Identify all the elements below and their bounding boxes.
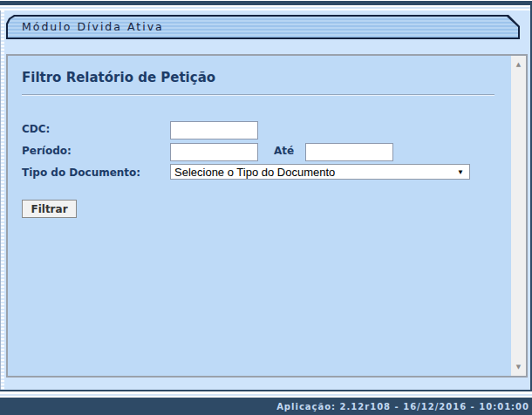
filter-panel: Filtro Relatório de Petição CDC: Período… xyxy=(6,54,528,378)
scroll-up-icon[interactable]: ▲ xyxy=(511,58,526,71)
ate-label: Até xyxy=(274,145,294,157)
periodo-to-input[interactable] xyxy=(305,143,393,161)
heading-divider xyxy=(22,94,494,96)
filtrar-button[interactable]: Filtrar xyxy=(22,200,77,218)
module-window: Módulo Dívida Ativa Filtro Relatório de … xyxy=(0,0,532,415)
scroll-down-icon[interactable]: ▼ xyxy=(511,360,526,374)
module-title: Módulo Dívida Ativa xyxy=(22,15,164,37)
periodo-label: Período: xyxy=(22,145,72,157)
cdc-label: CDC: xyxy=(22,123,50,135)
tipo-documento-selected-value: Selecione o Tipo do Documento xyxy=(174,166,335,179)
cdc-input[interactable] xyxy=(170,121,258,139)
footer-bar: Aplicação: 2.12r108 - 16/12/2016 - 10:01… xyxy=(0,390,532,415)
top-navy-bar xyxy=(0,0,532,10)
tipo-documento-label: Tipo do Documento: xyxy=(22,167,140,179)
select-dropdown-arrow-icon: ▼ xyxy=(457,168,464,176)
vertical-scrollbar[interactable]: ▲ ▼ xyxy=(511,56,526,376)
left-striped-edge xyxy=(0,10,4,390)
tipo-documento-select[interactable]: Selecione o Tipo do Documento ▼ xyxy=(170,164,470,180)
page-title: Filtro Relatório de Petição xyxy=(22,70,215,85)
periodo-from-input[interactable] xyxy=(170,143,258,161)
application-version-status: Aplicação: 2.12r108 - 16/12/2016 - 10:01… xyxy=(276,402,529,412)
module-title-tab: Módulo Dívida Ativa xyxy=(6,15,520,39)
